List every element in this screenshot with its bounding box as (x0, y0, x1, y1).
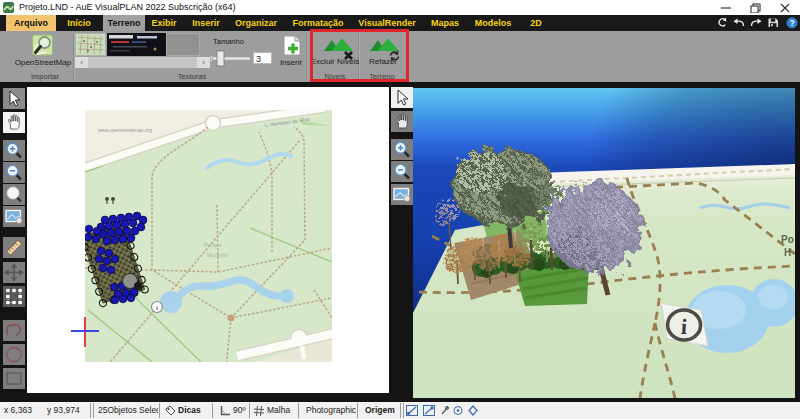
svg-text:?: ? (789, 18, 794, 28)
svg-text:i: i (156, 304, 158, 312)
svg-text:Po: Po (781, 234, 794, 245)
svg-text:www.openstreetmap.org: www.openstreetmap.org (98, 127, 152, 133)
svg-text:Parque: Parque (204, 242, 222, 248)
svg-text:Mutterbl: Mutterbl (207, 252, 227, 258)
svg-text:H: H (784, 247, 791, 258)
